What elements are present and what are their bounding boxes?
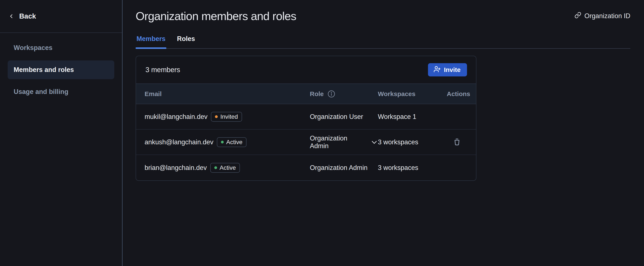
info-icon[interactable] bbox=[327, 90, 336, 98]
member-count: 3 members bbox=[146, 66, 180, 74]
member-workspaces: 3 workspaces bbox=[378, 138, 447, 146]
organization-id-button[interactable]: Organization ID bbox=[574, 12, 630, 20]
member-email: mukil@langchain.dev bbox=[144, 113, 208, 121]
member-role-cell: Organization Admin bbox=[310, 164, 378, 172]
column-header-email: Email bbox=[144, 90, 310, 98]
sidebar-item-members-and-roles[interactable]: Members and roles bbox=[8, 60, 114, 79]
member-role: Organization Admin bbox=[310, 134, 366, 150]
tab-members[interactable]: Members bbox=[136, 35, 166, 48]
chevron-down-icon[interactable] bbox=[370, 139, 378, 146]
sidebar-header: Back bbox=[0, 0, 122, 33]
member-workspaces: 3 workspaces bbox=[378, 164, 447, 172]
status-dot-icon bbox=[215, 115, 218, 118]
column-header-workspaces: Workspaces bbox=[378, 90, 447, 98]
sidebar-item-label: Workspaces bbox=[14, 44, 52, 52]
members-card: 3 members Invite Email Role Workspaces A… bbox=[136, 56, 476, 181]
status-badge: Invited bbox=[211, 112, 242, 122]
delete-member-button[interactable] bbox=[453, 137, 461, 147]
sidebar-item-usage-and-billing[interactable]: Usage and billing bbox=[8, 82, 114, 101]
member-role-cell: Organization User bbox=[310, 113, 378, 121]
member-email-cell: ankush@langchain.dev Active bbox=[144, 137, 310, 147]
status-label: Active bbox=[220, 164, 236, 171]
member-role: Organization User bbox=[310, 113, 363, 121]
organization-id-label: Organization ID bbox=[584, 12, 630, 20]
sidebar: Back Workspaces Members and roles Usage … bbox=[0, 0, 122, 266]
sidebar-item-workspaces[interactable]: Workspaces bbox=[8, 39, 114, 57]
member-email: ankush@langchain.dev bbox=[144, 138, 214, 146]
link-icon bbox=[574, 12, 581, 20]
page-title: Organization members and roles bbox=[136, 10, 296, 23]
sidebar-item-label: Usage and billing bbox=[14, 88, 68, 96]
members-table-header: Email Role Workspaces Actions bbox=[136, 84, 476, 104]
status-label: Invited bbox=[220, 113, 238, 120]
main-header: Organization members and roles Organizat… bbox=[136, 10, 630, 23]
status-badge: Active bbox=[217, 137, 246, 147]
sidebar-nav: Workspaces Members and roles Usage and b… bbox=[0, 33, 122, 107]
member-email-cell: mukil@langchain.dev Invited bbox=[144, 112, 310, 122]
status-label: Active bbox=[226, 139, 242, 146]
member-role-cell: Organization Admin bbox=[310, 134, 378, 150]
back-label: Back bbox=[19, 12, 36, 20]
member-workspaces: Workspace 1 bbox=[378, 113, 447, 121]
invite-button[interactable]: Invite bbox=[428, 63, 467, 76]
member-row: brian@langchain.dev Active Organization … bbox=[136, 155, 476, 180]
trash-icon bbox=[453, 137, 461, 147]
member-row: ankush@langchain.dev Active Organization… bbox=[136, 130, 476, 155]
member-email: brian@langchain.dev bbox=[144, 164, 207, 172]
member-row: mukil@langchain.dev Invited Organization… bbox=[136, 104, 476, 130]
column-header-role: Role bbox=[310, 90, 378, 98]
tab-bar: Members Roles bbox=[136, 35, 630, 49]
status-badge: Active bbox=[210, 163, 240, 173]
status-dot-icon bbox=[214, 166, 217, 169]
chevron-left-icon bbox=[8, 13, 14, 20]
members-table-body: mukil@langchain.dev Invited Organization… bbox=[136, 104, 476, 180]
tab-roles[interactable]: Roles bbox=[176, 35, 196, 48]
member-email-cell: brian@langchain.dev Active bbox=[144, 163, 310, 173]
back-button[interactable]: Back bbox=[8, 12, 36, 20]
invite-label: Invite bbox=[444, 66, 460, 73]
status-dot-icon bbox=[221, 141, 224, 143]
column-header-actions: Actions bbox=[447, 90, 470, 98]
member-actions-cell bbox=[447, 137, 468, 147]
members-card-header: 3 members Invite bbox=[136, 56, 476, 84]
main-content: Organization members and roles Organizat… bbox=[122, 0, 644, 266]
member-role: Organization Admin bbox=[310, 164, 368, 172]
sidebar-item-label: Members and roles bbox=[14, 66, 74, 74]
user-plus-icon bbox=[434, 66, 441, 74]
